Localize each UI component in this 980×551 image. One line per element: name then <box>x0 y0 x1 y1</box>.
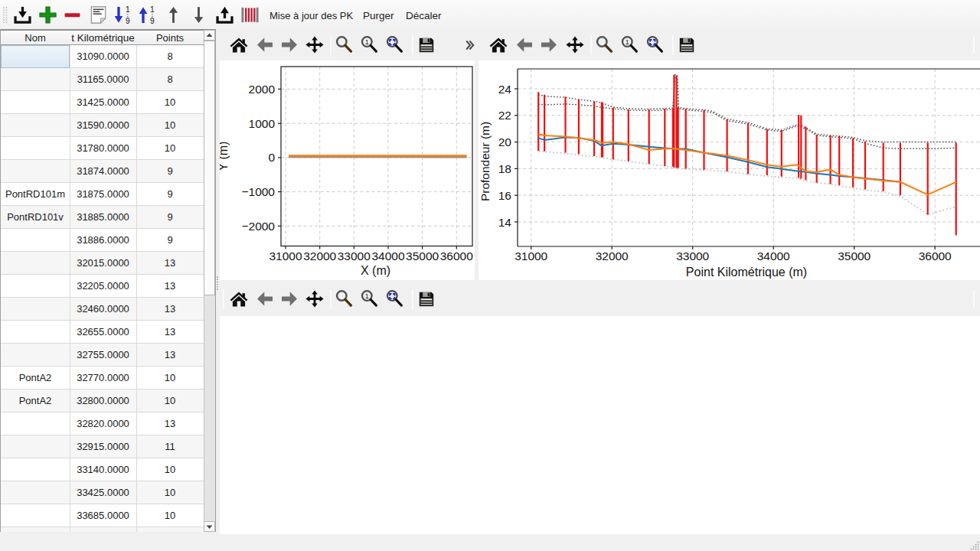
svg-text:36000: 36000 <box>440 249 473 262</box>
svg-text:Y (m): Y (m) <box>220 142 230 171</box>
svg-text:18: 18 <box>498 162 511 175</box>
svg-text:35000: 35000 <box>838 249 871 262</box>
svg-text:31000: 31000 <box>514 249 547 262</box>
svg-text:14: 14 <box>498 216 512 229</box>
svg-text:33000: 33000 <box>338 249 371 262</box>
svg-text:Profondeur (m): Profondeur (m) <box>479 122 492 201</box>
svg-text:2000: 2000 <box>249 83 276 96</box>
svg-text:−1000: −1000 <box>241 185 275 198</box>
svg-text:X (m): X (m) <box>361 264 390 277</box>
svg-text:31000: 31000 <box>269 249 302 262</box>
svg-text:0: 0 <box>268 151 275 164</box>
svg-text:32000: 32000 <box>303 249 336 262</box>
svg-text:−2000: −2000 <box>241 220 275 233</box>
svg-text:16: 16 <box>498 189 511 202</box>
svg-text:Point Kilométrique (m): Point Kilométrique (m) <box>686 266 807 279</box>
svg-text:36000: 36000 <box>919 249 952 262</box>
svg-text:20: 20 <box>498 135 512 148</box>
svg-text:32000: 32000 <box>596 249 629 262</box>
svg-text:22: 22 <box>498 109 511 122</box>
svg-text:34000: 34000 <box>371 249 404 262</box>
svg-text:35000: 35000 <box>406 249 439 262</box>
svg-text:34000: 34000 <box>757 249 790 262</box>
svg-text:24: 24 <box>498 83 512 96</box>
svg-text:33000: 33000 <box>676 249 709 262</box>
svg-text:1000: 1000 <box>249 117 276 130</box>
